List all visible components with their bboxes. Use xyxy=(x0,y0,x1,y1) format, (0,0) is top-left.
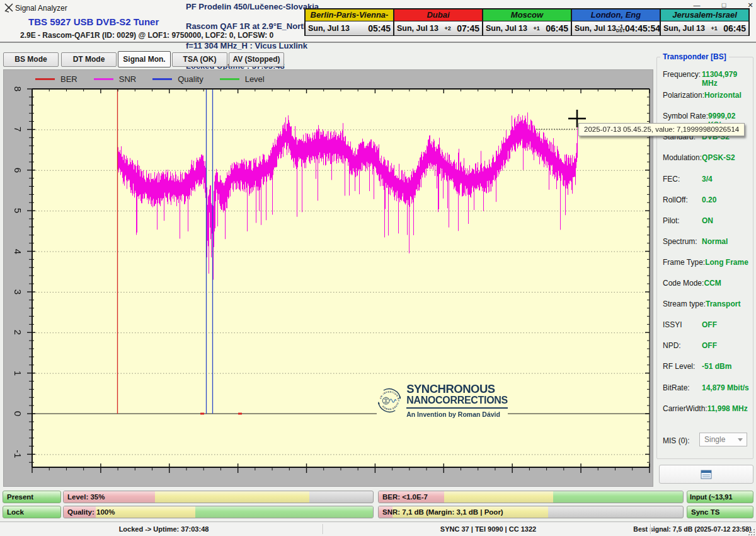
clock-offset: +2 xyxy=(444,25,450,32)
transponder-row-value: 14,879 Mbit/s xyxy=(702,383,751,393)
watermark-logo-icon: AN INVENTION BY ROMAN DÁVID xyxy=(377,377,402,424)
transponder-row-label: Polarization: xyxy=(663,91,704,101)
transponder-row-value: 11304,979 MHz xyxy=(702,70,751,80)
sync-ts-indicator[interactable]: Sync TS xyxy=(687,506,753,518)
transponder-row-label: FEC: xyxy=(663,175,680,185)
transponder-row-value: 11,998 MHz xyxy=(707,404,751,414)
info-line-2: Rascom QAF 1R at 2.9°E_North xyxy=(186,21,308,31)
y-axis-tick-label: 2 xyxy=(13,327,23,338)
status-separator xyxy=(323,524,323,534)
transponder-row: RF Level:-51 dBm xyxy=(663,362,751,372)
transponder-row-value: OFF xyxy=(702,341,751,351)
transponder-row-value: Transport xyxy=(706,300,751,310)
clock-time: 06:45 xyxy=(723,23,746,33)
present-indicator[interactable]: Present xyxy=(3,491,61,503)
device-title: TBS 5927 USB DVB-S2 Tuner xyxy=(28,16,159,27)
status-separator xyxy=(650,524,651,534)
clock-date: Sun, Jul 13 xyxy=(575,24,616,33)
y-axis-tick-label: 6 xyxy=(13,165,23,176)
watermark-title-1: SYNCHRONOUS xyxy=(406,383,508,395)
value-tooltip: 2025-07-13 05.45.25, value: 7,1999998092… xyxy=(578,123,745,136)
window-title: Signal Analyzer xyxy=(15,4,67,13)
transponder-row-value: 0.20 xyxy=(702,195,751,206)
status-uptime: Locked -> Uptime: 37:03:48 xyxy=(38,525,290,533)
watermark-byline: An Invention by Roman Dávid xyxy=(406,411,508,418)
clock-jerusalem: Jerusalem-Israel Sun, Jul 13+106:45 xyxy=(660,8,750,36)
gauge-segment xyxy=(195,506,373,518)
level-gauge: Level: 35% xyxy=(63,491,374,503)
transport-view-button[interactable] xyxy=(659,465,753,484)
transponder-row-label: BitRate: xyxy=(663,383,690,393)
mis-dropdown[interactable]: Single xyxy=(699,433,747,446)
mis-label: MIS (0): xyxy=(663,436,690,445)
y-axis-tick-label: 0 xyxy=(13,408,23,419)
ber-gauge: BER: <1.0E-7 xyxy=(378,491,684,503)
tab-av[interactable]: AV (Stopped) xyxy=(229,52,284,67)
clock-london: London, Eng Sun, Jul 13-1DST04:45:54 xyxy=(571,8,661,36)
input-bitrate-indicator[interactable]: Input (~13,91 Mbps) xyxy=(687,491,753,503)
y-axis-tick-label: 5 xyxy=(13,205,23,216)
transponder-row-label: RollOff: xyxy=(663,195,688,206)
quality-gauge: Quality: 100% xyxy=(63,506,374,518)
transponder-row-label: Code Mode: xyxy=(663,279,704,289)
y-axis-tick-label: 4 xyxy=(13,246,23,257)
transponder-row: BitRate:14,879 Mbit/s xyxy=(663,383,751,393)
y-axis-tick-label: 7 xyxy=(13,124,23,135)
transponder-row-value: OFF xyxy=(702,320,751,330)
gauge-segment xyxy=(155,491,309,503)
transponder-row-value: Horizontal xyxy=(704,91,751,101)
lock-indicator[interactable]: Lock xyxy=(3,506,61,518)
transponder-row-value: 9999,02 KS/s xyxy=(708,112,751,122)
transponder-row-label: Symbol Rate: xyxy=(663,112,708,122)
clock-date: Sun, Jul 13 xyxy=(308,24,350,33)
transponder-row-label: ISSYI xyxy=(663,320,682,330)
tab-dt-mode[interactable]: DT Mode xyxy=(61,52,117,67)
transponder-row-value: ON xyxy=(702,216,751,226)
transponder-row-value: Long Frame xyxy=(705,258,751,268)
clock-time: 06:45 xyxy=(546,23,568,33)
clock-date: Sun, Jul 13 xyxy=(663,24,705,33)
clock-dubai-name: Dubai xyxy=(394,9,482,21)
signal-analyzer-window: { "window": { "title": "Signal Analyzer"… xyxy=(0,0,756,536)
status-best-signal: Best signal: 7,5 dB (2025-07-12 23:58) xyxy=(630,525,755,533)
snr-gauge: SNR: 7,1 dB (Margin: 3,1 dB | Poor) xyxy=(378,506,684,518)
watermark-divider xyxy=(406,407,508,409)
tab-signal-mon[interactable]: Signal Mon. xyxy=(118,51,171,67)
transponder-row-label: CarrierWidth: xyxy=(663,404,707,414)
info-line-1: PF Prodelin 450/Lučenec-Slovakia xyxy=(186,2,319,11)
clock-london-name: London, Eng xyxy=(572,9,660,21)
clock-date: Sun, Jul 13 xyxy=(486,24,527,33)
chevron-down-icon xyxy=(738,438,743,441)
resize-grip[interactable] xyxy=(747,528,755,535)
gauge-segment xyxy=(444,491,553,503)
transponder-row: Stream type:Transport xyxy=(663,300,751,310)
transponder-row: Frequency:11304,979 MHz xyxy=(663,70,751,80)
tab-bs-mode[interactable]: BS Mode xyxy=(3,52,59,67)
clock-dst-flag: DST xyxy=(616,28,625,33)
status-sync-counts: SYNC 37 | TEI 9090 | CC 1322 xyxy=(353,525,624,533)
transponder-row: Frame Type:Long Frame xyxy=(663,258,751,268)
transponder-row-value: QPSK-S2 xyxy=(702,153,751,163)
app-antenna-icon xyxy=(4,3,14,13)
watermark-title-2: NANOCORRECTIONS xyxy=(406,395,508,405)
status-bar: Locked -> Uptime: 37:03:48 SYNC 37 | TEI… xyxy=(0,521,756,536)
transponder-row: Spectrum:Normal xyxy=(663,237,751,247)
transponder-row: Polarization:Horizontal xyxy=(663,91,751,101)
transponder-row-label: NPD: xyxy=(663,341,681,351)
signal-chart-panel: BER SNR Quality Level 876543210-1 AN INV… xyxy=(3,69,653,487)
tab-tsa[interactable]: TSA (OK) xyxy=(172,52,227,67)
clock-offset: +1 xyxy=(711,25,717,32)
transponder-row: Modulation:QPSK-S2 xyxy=(663,153,751,163)
clock-jerusalem-name: Jerusalem-Israel xyxy=(661,9,748,21)
clock-date: Sun, Jul 13 xyxy=(397,24,438,33)
transponder-row-label: Spectrum: xyxy=(663,237,697,247)
snr-trend-plot[interactable] xyxy=(4,70,653,486)
transponder-row-value: -51 dBm xyxy=(702,362,751,372)
transponder-row: NPD:OFF xyxy=(663,341,751,351)
y-axis-tick-label: 8 xyxy=(13,83,23,95)
transponder-row-label: Frequency: xyxy=(663,70,701,80)
clock-berlin-name: Berlin-Paris-Vienna-Roma xyxy=(306,9,393,21)
clock-time: 07:45 xyxy=(457,23,479,33)
y-axis-tick-label: 3 xyxy=(13,286,23,298)
transponder-row: CarrierWidth:11,998 MHz xyxy=(663,404,751,414)
